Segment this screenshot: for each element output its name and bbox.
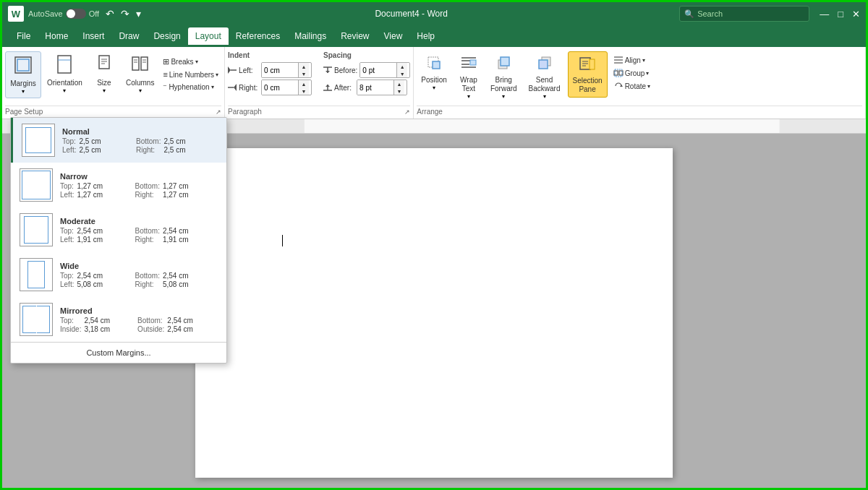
autosave-area: AutoSave Off bbox=[28, 9, 99, 19]
margin-mirrored[interactable]: Mirrored Top:2,54 cm Bottom:2,54 cm Insi… bbox=[11, 297, 226, 342]
align-button[interactable]: Align ▾ bbox=[610, 54, 653, 66]
menu-layout[interactable]: Layout bbox=[188, 27, 229, 45]
toggle-knob bbox=[67, 9, 75, 18]
paragraph-group-label: Paragraph ↗ bbox=[228, 106, 410, 119]
paragraph-expand-icon[interactable]: ↗ bbox=[404, 108, 410, 116]
indent-right-down[interactable]: ▼ bbox=[299, 87, 309, 95]
position-icon bbox=[425, 54, 443, 74]
menu-view[interactable]: View bbox=[377, 27, 410, 45]
svg-rect-1 bbox=[17, 59, 29, 71]
menu-mailings[interactable]: Mailings bbox=[287, 27, 333, 45]
svg-rect-9 bbox=[141, 57, 148, 70]
breaks-icon: ⊞ bbox=[163, 57, 169, 66]
margin-narrow-name: Narrow bbox=[60, 172, 218, 181]
margins-icon bbox=[13, 55, 33, 78]
indent-left-down[interactable]: ▼ bbox=[299, 70, 309, 77]
search-box[interactable]: 🔍 Search bbox=[679, 6, 809, 22]
line-numbers-icon: ≡ bbox=[163, 70, 167, 79]
autosave-toggle[interactable] bbox=[66, 9, 86, 19]
orientation-icon bbox=[56, 54, 73, 77]
indent-left-row: Left: 0 cm ▲ ▼ bbox=[228, 62, 312, 78]
arrange-group-label: Arrange bbox=[417, 106, 862, 119]
send-backward-button[interactable]: Send Backward ▾ bbox=[524, 51, 565, 103]
hyphenation-icon: ⁻ bbox=[163, 82, 167, 92]
margin-moderate[interactable]: Moderate Top:2,54 cm Bottom:2,54 cm Left… bbox=[11, 207, 226, 252]
hyphenation-button[interactable]: ⁻ Hyphenation ▾ bbox=[160, 81, 221, 93]
breaks-button[interactable]: ⊞ Breaks ▾ bbox=[160, 56, 221, 68]
columns-button[interactable]: Columns ▾ bbox=[122, 51, 158, 97]
document-page[interactable] bbox=[195, 148, 673, 478]
orientation-button[interactable]: Orientation ▾ bbox=[43, 51, 87, 97]
spacing-after-input[interactable]: 8 pt ▲ ▼ bbox=[357, 79, 407, 95]
columns-icon bbox=[131, 54, 150, 77]
margin-normal-icon bbox=[22, 124, 55, 157]
close-button[interactable]: ✕ bbox=[852, 9, 860, 20]
margin-wide-info: Wide Top:2,54 cm Bottom:2,54 cm Left:5,0… bbox=[60, 262, 218, 288]
customize-qat-button[interactable]: ▾ bbox=[134, 7, 143, 21]
indent-right-up[interactable]: ▲ bbox=[299, 80, 309, 87]
spacing-after-up[interactable]: ▲ bbox=[394, 80, 404, 87]
margin-wide[interactable]: Wide Top:2,54 cm Bottom:2,54 cm Left:5,0… bbox=[11, 252, 226, 297]
menu-design[interactable]: Design bbox=[146, 27, 187, 45]
svg-rect-32 bbox=[501, 57, 509, 66]
redo-button[interactable]: ↷ bbox=[119, 7, 132, 21]
group-button[interactable]: Group ▾ bbox=[610, 67, 653, 79]
title-bar-right: 🔍 Search — □ ✕ bbox=[679, 6, 860, 22]
selection-pane-label: Selection Pane bbox=[573, 77, 603, 94]
wrap-text-button[interactable]: Wrap Text ▾ bbox=[454, 51, 483, 103]
columns-dropdown-arrow: ▾ bbox=[139, 87, 142, 94]
spacing-before-input[interactable]: 0 pt ▲ ▼ bbox=[359, 62, 410, 78]
indent-left-value[interactable]: 0 cm bbox=[262, 63, 298, 77]
spacing-before-value[interactable]: 0 pt bbox=[360, 63, 396, 77]
menu-review[interactable]: Review bbox=[333, 27, 376, 45]
bring-forward-icon bbox=[495, 54, 512, 74]
menu-file[interactable]: File bbox=[9, 27, 38, 45]
selection-pane-button[interactable]: Selection Pane bbox=[568, 51, 608, 98]
svg-marker-14 bbox=[228, 66, 231, 74]
toggle-state-label: Off bbox=[89, 9, 99, 18]
spacing-before-arrows: ▲ ▼ bbox=[396, 63, 407, 77]
spacing-before-up[interactable]: ▲ bbox=[397, 63, 407, 70]
margin-narrow-icon bbox=[20, 168, 53, 202]
minimize-button[interactable]: — bbox=[820, 9, 829, 20]
breaks-arrow: ▾ bbox=[195, 59, 198, 65]
undo-button[interactable]: ↶ bbox=[103, 7, 116, 21]
margins-button[interactable]: Margins ▾ bbox=[5, 51, 41, 98]
indent-right-label: Right: bbox=[239, 84, 259, 92]
maximize-button[interactable]: □ bbox=[838, 9, 843, 20]
ribbon-group-arrange: Position ▾ Wrap Te bbox=[414, 47, 866, 119]
spacing-after-value[interactable]: 8 pt bbox=[357, 80, 393, 95]
size-button[interactable]: Size ▾ bbox=[88, 51, 120, 97]
menu-draw[interactable]: Draw bbox=[111, 27, 146, 45]
align-arrow: ▾ bbox=[642, 57, 645, 64]
indent-left-input[interactable]: 0 cm ▲ ▼ bbox=[261, 62, 312, 78]
rotate-button[interactable]: Rotate ▾ bbox=[610, 80, 653, 92]
position-area: Position ▾ bbox=[417, 51, 451, 94]
margin-narrow[interactable]: Narrow Top:1,27 cm Bottom:1,27 cm Left:1… bbox=[11, 163, 226, 207]
size-label: Size bbox=[97, 79, 111, 87]
position-button[interactable]: Position ▾ bbox=[417, 51, 451, 94]
menu-insert[interactable]: Insert bbox=[75, 27, 111, 45]
indent-right-arrows: ▲ ▼ bbox=[298, 80, 309, 95]
line-numbers-button[interactable]: ≡ Line Numbers ▾ bbox=[160, 69, 221, 80]
menu-help[interactable]: Help bbox=[409, 27, 442, 45]
custom-margins-button[interactable]: Custom Margins... bbox=[11, 342, 226, 363]
indent-right-value[interactable]: 0 cm bbox=[262, 80, 298, 95]
wrap-text-arrow: ▾ bbox=[467, 93, 470, 100]
spacing-before-down[interactable]: ▼ bbox=[397, 70, 407, 77]
indent-left-up[interactable]: ▲ bbox=[299, 63, 309, 70]
indent-right-input[interactable]: 0 cm ▲ ▼ bbox=[261, 79, 312, 95]
spacing-after-down[interactable]: ▼ bbox=[394, 87, 404, 95]
autosave-label: AutoSave bbox=[28, 9, 63, 18]
margin-moderate-name: Moderate bbox=[60, 217, 218, 225]
menu-home[interactable]: Home bbox=[38, 27, 75, 45]
page-setup-expand-icon[interactable]: ↗ bbox=[216, 108, 221, 116]
svg-marker-16 bbox=[234, 84, 237, 91]
menu-references[interactable]: References bbox=[229, 27, 287, 45]
selection-pane-icon bbox=[579, 55, 596, 75]
margin-normal[interactable]: Normal Top:2,5 cm Bottom:2,5 cm Left:2,5… bbox=[11, 118, 226, 163]
margin-mirrored-name: Mirrored bbox=[60, 306, 218, 315]
spacing-after-label: After: bbox=[334, 84, 354, 92]
bring-forward-button[interactable]: Bring Forward ▾ bbox=[486, 51, 522, 103]
margin-normal-info: Normal Top:2,5 cm Bottom:2,5 cm Left:2,5… bbox=[62, 127, 218, 154]
